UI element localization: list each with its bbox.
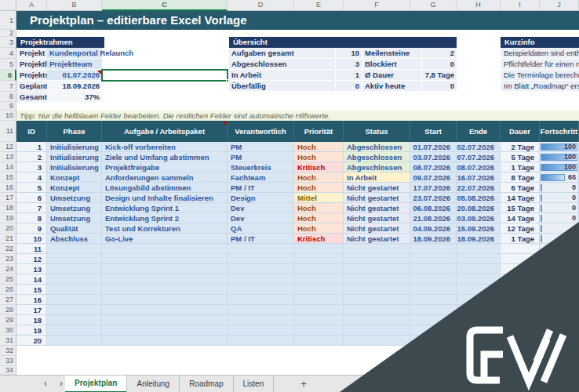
cell-empty[interactable] xyxy=(47,274,102,285)
row-header-18[interactable]: 18 xyxy=(0,203,16,213)
row-header-24[interactable]: 24 xyxy=(0,264,16,274)
cell-empty[interactable] xyxy=(457,254,501,264)
cell-phase[interactable]: Initialisierung xyxy=(47,142,102,152)
row-header-11[interactable]: 11 xyxy=(0,121,16,142)
cell-empty[interactable] xyxy=(410,254,457,264)
projektrahmen-label[interactable]: Projekt xyxy=(16,48,47,59)
cell-empty[interactable] xyxy=(457,285,501,295)
cell-status[interactable]: Nicht gestartet xyxy=(344,223,410,234)
cell-status[interactable]: Abgeschlossen xyxy=(344,152,410,162)
cell-empty[interactable] xyxy=(540,244,579,254)
cell-empty[interactable] xyxy=(102,264,228,274)
cell-id[interactable]: 8 xyxy=(16,213,47,223)
cell-empty[interactable] xyxy=(410,244,457,254)
cell-empty[interactable] xyxy=(344,274,410,285)
cell-empty[interactable] xyxy=(501,325,540,336)
cell-id[interactable]: 13 xyxy=(16,264,47,274)
uebersicht-label[interactable]: Aufgaben gesamt xyxy=(229,48,336,59)
table-header-ende[interactable]: Ende xyxy=(457,121,501,142)
cell-empty[interactable] xyxy=(294,305,344,315)
cell-task[interactable]: Projektfreigabe xyxy=(102,162,228,172)
cell-prioritaet[interactable]: Hoch xyxy=(294,152,344,162)
cell-fortschritt[interactable]: 0 xyxy=(540,193,579,203)
cell-phase[interactable]: Initialisierung xyxy=(47,152,102,162)
cell-dauer[interactable]: 8 Tage xyxy=(501,172,540,183)
cell-empty[interactable] xyxy=(294,254,344,264)
cell-verantwortlich[interactable]: PM / IT xyxy=(228,234,294,244)
uebersicht-value[interactable]: 0 xyxy=(422,81,457,92)
cell-id[interactable]: 14 xyxy=(16,274,47,285)
row-header-20[interactable]: 20 xyxy=(0,223,16,234)
cell-empty[interactable] xyxy=(294,325,344,336)
cell-verantwortlich[interactable]: PM / IT xyxy=(228,183,294,193)
cell-fortschritt[interactable]: 100 xyxy=(540,142,579,152)
cell-empty[interactable] xyxy=(410,315,457,325)
cell-task[interactable]: Lösungsbild abstimmen xyxy=(102,183,228,193)
cell-empty[interactable] xyxy=(47,325,102,336)
cell-empty[interactable] xyxy=(344,285,410,295)
cell-dauer[interactable]: 14 Tage xyxy=(501,193,540,203)
cell-empty[interactable] xyxy=(228,325,294,336)
cell-empty[interactable] xyxy=(540,295,579,305)
row-header-1[interactable]: 1 xyxy=(0,11,16,30)
row-header-12[interactable]: 12 xyxy=(0,142,16,152)
column-header-C[interactable]: C xyxy=(102,0,228,11)
uebersicht-value[interactable]: 0 xyxy=(336,81,362,92)
uebersicht-label[interactable]: Ø Dauer xyxy=(362,70,422,81)
cell-task[interactable]: Test und Korrekturen xyxy=(102,223,228,234)
cell-ende[interactable]: 20.08.2026 xyxy=(457,203,501,213)
row-header-29[interactable]: 29 xyxy=(0,315,16,325)
cell-fortschritt[interactable]: 0 xyxy=(540,203,579,213)
row-header-4[interactable]: 4 xyxy=(0,48,16,59)
cell-empty[interactable] xyxy=(294,264,344,274)
projektrahmen-label[interactable]: Gesamtfortschritt xyxy=(16,92,47,103)
cell-status[interactable]: In Arbeit xyxy=(344,172,410,183)
cell-dauer[interactable]: 14 Tage xyxy=(501,213,540,223)
row-header-9[interactable]: 9 xyxy=(0,102,16,111)
cell-start[interactable]: 01.07.2026 xyxy=(410,142,457,152)
cell-prioritaet[interactable]: Hoch xyxy=(294,172,344,183)
cell-status[interactable]: Nicht gestartet xyxy=(344,234,410,244)
projektrahmen-value[interactable]: 01.07.2026 xyxy=(47,70,102,81)
cell-id[interactable]: 10 xyxy=(16,234,47,244)
cell-empty[interactable] xyxy=(501,295,540,305)
cell-empty[interactable] xyxy=(410,264,457,274)
cell-empty[interactable] xyxy=(102,295,228,305)
uebersicht-label[interactable]: In Arbeit xyxy=(229,70,336,81)
row-header-2[interactable]: 2 xyxy=(0,30,16,37)
cell-phase[interactable]: Abschluss xyxy=(47,234,102,244)
cell-fortschritt[interactable]: 65 xyxy=(540,172,579,183)
cell-empty[interactable] xyxy=(228,285,294,295)
row-header-10[interactable]: 10 xyxy=(0,111,16,121)
projektrahmen-label[interactable]: Projektstart xyxy=(16,70,47,81)
tab-projektplan[interactable]: Projektplan xyxy=(65,376,127,392)
cell-empty[interactable] xyxy=(228,244,294,254)
cell-empty[interactable] xyxy=(457,336,501,346)
add-sheet-button[interactable]: + xyxy=(288,376,319,392)
cell-verantwortlich[interactable]: Dev xyxy=(228,203,294,213)
cell-phase[interactable]: Konzept xyxy=(47,172,102,183)
cell-start[interactable]: 21.08.2026 xyxy=(410,213,457,223)
uebersicht-value[interactable]: 1 xyxy=(336,70,362,81)
cell-id[interactable]: 4 xyxy=(16,172,47,183)
cell-empty[interactable] xyxy=(457,244,501,254)
row-header-33[interactable]: 33 xyxy=(0,356,16,366)
cell-start[interactable]: 06.08.2026 xyxy=(410,203,457,213)
projektrahmen-value[interactable]: Projektteam xyxy=(47,59,102,70)
cell-id[interactable]: 16 xyxy=(16,295,47,305)
cell-ende[interactable]: 02.07.2026 xyxy=(457,142,501,152)
cell-task[interactable]: Ziele und Umfang abstimmen xyxy=(102,152,228,162)
cell-empty[interactable] xyxy=(457,325,501,336)
cell-empty[interactable] xyxy=(294,274,344,285)
cell-phase[interactable]: Umsetzung xyxy=(47,213,102,223)
cell-phase[interactable]: Umsetzung xyxy=(47,193,102,203)
cell-empty[interactable] xyxy=(410,325,457,336)
row-header-25[interactable]: 25 xyxy=(0,274,16,285)
projektrahmen-label[interactable]: Projektleiter xyxy=(16,59,47,70)
column-header-I[interactable]: I xyxy=(501,0,540,11)
cell-status[interactable]: Abgeschlossen xyxy=(344,142,410,152)
cell-empty[interactable] xyxy=(457,274,501,285)
cell-empty[interactable] xyxy=(410,274,457,285)
cell-status[interactable]: Nicht gestartet xyxy=(344,213,410,223)
cell-empty[interactable] xyxy=(540,315,579,325)
